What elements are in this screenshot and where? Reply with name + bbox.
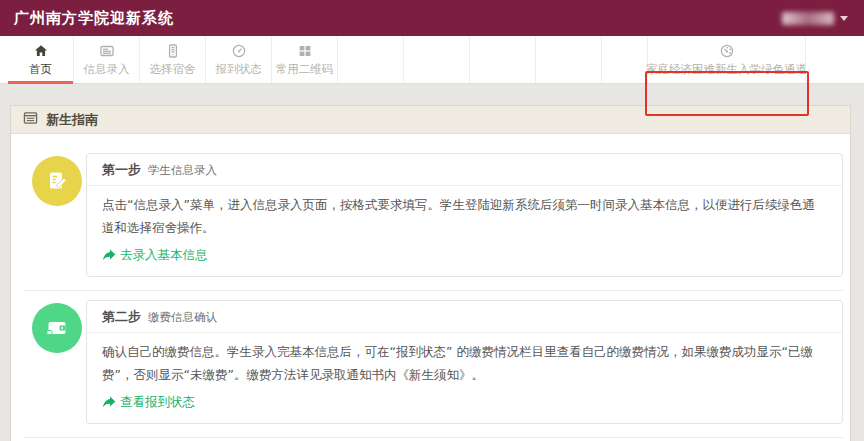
guide-list-icon	[23, 110, 38, 129]
forward-arrow-icon	[102, 395, 116, 411]
step-1-row: 第一步 学生信息录入 点击“信息录入”菜单，进入信息录入页面，按格式要求填写。学…	[23, 144, 843, 291]
tab-info-entry[interactable]: 信息录入	[74, 36, 140, 83]
nav-spacer	[338, 36, 404, 83]
step-2-title: 第二步 缴费信息确认	[87, 301, 842, 333]
panel-title: 新生指南	[46, 111, 98, 129]
step-2-body: 确认自己的缴费信息。学生录入完基本信息后，可在“报到状态” 的缴费情况栏目里查看…	[87, 333, 842, 423]
tab-info-entry-label: 信息录入	[84, 62, 130, 77]
wallet-icon	[32, 303, 82, 353]
clock-icon	[231, 43, 247, 59]
page-content: 新生指南 第一步 学生信息录入 点击“信息录入”菜单，进入信息录入页面，按格式要…	[0, 84, 864, 441]
step-1-card: 第一步 学生信息录入 点击“信息录入”菜单，进入信息录入页面，按格式要求填写。学…	[86, 153, 843, 277]
step-3-row: 第三步 绿色通道 学生如果存在经济困难，可以在“绿色通道”菜单里提交申请。申请成…	[23, 438, 843, 441]
tab-qr-codes-label: 常用二维码	[276, 62, 334, 77]
nav-spacer	[602, 36, 648, 83]
step-2-link-label: 查看报到状态	[120, 394, 195, 411]
tab-checkin-status[interactable]: 报到状态	[206, 36, 272, 83]
forward-arrow-icon	[102, 248, 116, 264]
tab-home[interactable]: 首页	[8, 36, 74, 83]
step-1-label: 第一步	[102, 161, 141, 179]
nav-spacer	[536, 36, 602, 83]
step-1-link-label: 去录入基本信息	[120, 247, 208, 264]
step-2-card: 第二步 缴费信息确认 确认自己的缴费信息。学生录入完基本信息后，可在“报到状态”…	[86, 300, 843, 424]
step-1-subtitle: 学生信息录入	[148, 163, 217, 178]
id-card-icon	[99, 43, 115, 59]
user-name-redacted	[782, 12, 834, 25]
nav-spacer	[404, 36, 470, 83]
user-menu[interactable]	[782, 12, 848, 25]
tab-choose-dorm[interactable]: 选择宿舍	[140, 36, 206, 83]
step-2-description: 确认自己的缴费信息。学生录入完基本信息后，可在“报到状态” 的缴费情况栏目里查看…	[102, 340, 827, 386]
tab-home-label: 首页	[29, 62, 52, 77]
app-title: 广州南方学院迎新系统	[14, 9, 174, 28]
main-nav: 首页 信息录入 选择宿舍 报到状态 常用二维码 家庭经济困难新生入学绿色通道	[0, 36, 864, 84]
nav-spacer	[470, 36, 536, 83]
document-pencil-icon	[32, 156, 82, 206]
step-2-subtitle: 缴费信息确认	[148, 310, 217, 325]
step-1-title: 第一步 学生信息录入	[87, 154, 842, 186]
nav-spacer	[806, 36, 864, 83]
tab-green-channel[interactable]: 家庭经济困难新生入学绿色通道	[648, 36, 806, 83]
step-1-action-link[interactable]: 去录入基本信息	[102, 247, 208, 264]
step-2-label: 第二步	[102, 308, 141, 326]
tab-checkin-status-label: 报到状态	[216, 62, 262, 77]
tab-choose-dorm-label: 选择宿舍	[150, 62, 196, 77]
step-1-description: 点击“信息录入”菜单，进入信息录入页面，按格式要求填写。学生登陆迎新系统后须第一…	[102, 193, 827, 239]
grid-icon	[297, 43, 313, 59]
step-2-row: 第二步 缴费信息确认 确认自己的缴费信息。学生录入完基本信息后，可在“报到状态”…	[23, 291, 843, 438]
freshman-guide-panel: 新生指南 第一步 学生信息录入 点击“信息录入”菜单，进入信息录入页面，按格式要…	[10, 105, 851, 441]
tab-green-channel-label: 家庭经济困难新生入学绿色通道	[646, 62, 807, 77]
step-2-action-link[interactable]: 查看报到状态	[102, 394, 195, 411]
step-1-body: 点击“信息录入”菜单，进入信息录入页面，按格式要求填写。学生登陆迎新系统后须第一…	[87, 186, 842, 276]
panel-header: 新生指南	[11, 106, 850, 134]
chevron-down-icon	[840, 16, 848, 21]
panel-body: 第一步 学生信息录入 点击“信息录入”菜单，进入信息录入页面，按格式要求填写。学…	[11, 134, 850, 441]
app-header: 广州南方学院迎新系统	[0, 0, 864, 36]
dashboard-icon	[719, 43, 735, 59]
tab-qr-codes[interactable]: 常用二维码	[272, 36, 338, 83]
home-icon	[33, 43, 49, 59]
building-icon	[165, 43, 181, 59]
